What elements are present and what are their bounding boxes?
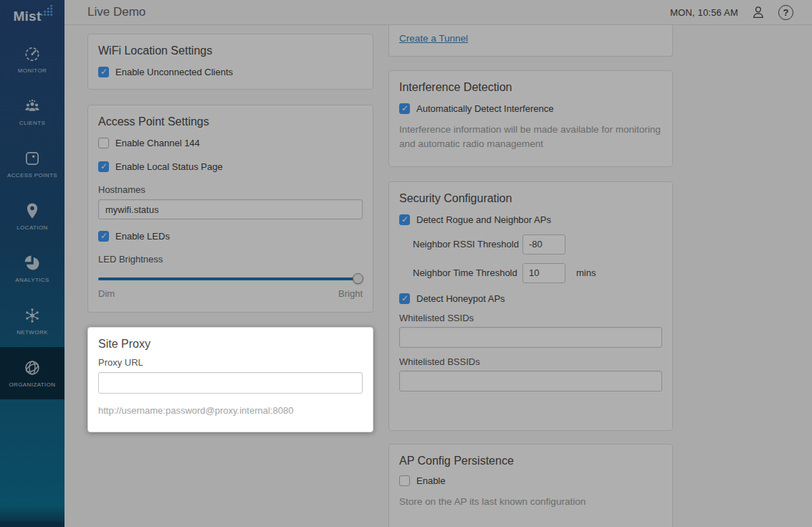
- card-title: Site Proxy: [98, 338, 363, 351]
- proxy-url-input[interactable]: [98, 372, 363, 394]
- spotlight-dim-overlay: [0, 0, 812, 527]
- app-window: Mist MONITOR: [0, 0, 812, 527]
- proxy-url-hint: http://username:password@proxy.internal:…: [98, 405, 363, 416]
- proxy-url-label: Proxy URL: [98, 357, 363, 368]
- site-proxy-card: Site Proxy Proxy URL http://username:pas…: [87, 327, 373, 432]
